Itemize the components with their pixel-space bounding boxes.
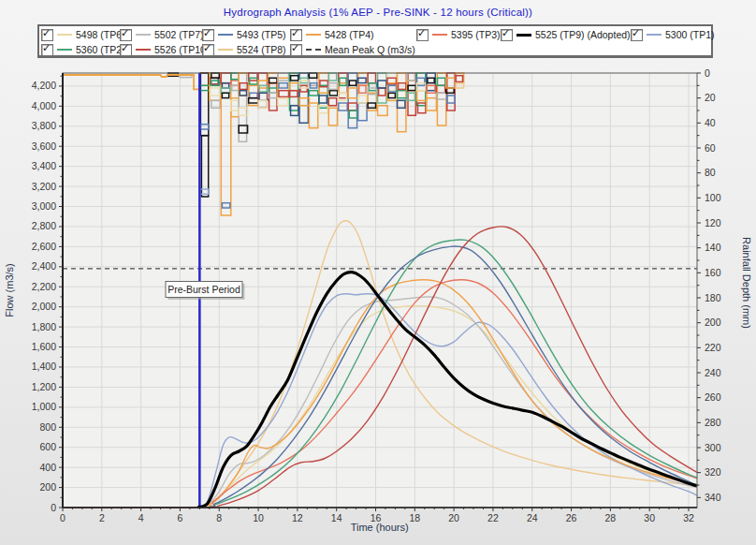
legend-swatch-7 — [57, 49, 72, 51]
svg-text:400: 400 — [39, 462, 56, 473]
legend-item-3: ✓5428 (TP4) — [290, 28, 374, 41]
svg-text:220: 220 — [705, 342, 721, 353]
svg-text:1,200: 1,200 — [32, 381, 56, 392]
legend-checkbox-4[interactable]: ✓ — [416, 29, 429, 41]
legend-item-5: ✓5525 (TP9) (Adopted) — [501, 28, 631, 41]
legend-item-10: ✓Mean Peak Q (m3/s) — [290, 43, 415, 56]
legend-label: 5525 (TP9) (Adopted) — [535, 29, 631, 40]
legend-checkbox-0[interactable]: ✓ — [41, 29, 53, 41]
svg-text:2,600: 2,600 — [32, 241, 56, 252]
svg-text:3,000: 3,000 — [32, 200, 56, 212]
legend-item-7: ✓5360 (TP2) — [41, 43, 125, 56]
legend-swatch-2 — [218, 34, 233, 36]
svg-text:3,600: 3,600 — [32, 140, 56, 152]
svg-text:2,800: 2,800 — [32, 220, 56, 231]
svg-text:800: 800 — [39, 421, 56, 433]
preburst-annotation: Pre-Burst Period — [166, 282, 245, 301]
hydrograph-window: { "window": { "title": "Hydrograph Analy… — [0, 0, 756, 545]
svg-text:340: 340 — [705, 492, 721, 503]
svg-text:120: 120 — [705, 217, 721, 228]
svg-text:240: 240 — [705, 367, 721, 378]
svg-text:1,400: 1,400 — [32, 361, 56, 372]
svg-text:200: 200 — [705, 317, 721, 328]
legend-item-0: ✓5498 (TP6) — [41, 28, 125, 41]
svg-text:1,600: 1,600 — [32, 341, 56, 352]
svg-text:26: 26 — [566, 512, 577, 523]
svg-text:22: 22 — [487, 512, 499, 523]
legend-label: 5526 (TP10) — [154, 44, 209, 55]
svg-text:320: 320 — [705, 466, 721, 478]
svg-text:200: 200 — [39, 481, 56, 493]
svg-text:60: 60 — [705, 142, 716, 154]
svg-text:20: 20 — [448, 512, 459, 523]
plot-background — [63, 73, 697, 508]
svg-text:4: 4 — [138, 512, 144, 523]
svg-text:10: 10 — [253, 512, 264, 523]
svg-text:100: 100 — [705, 192, 721, 203]
legend-swatch-1 — [136, 34, 151, 36]
legend-label: 5498 (TP6) — [76, 29, 125, 40]
y-axis-title-rainfall: Rainfall Depth (mm) — [741, 237, 752, 329]
legend-checkbox-10[interactable]: ✓ — [290, 44, 302, 56]
svg-text:2,200: 2,200 — [32, 281, 56, 292]
legend-checkbox-6[interactable]: ✓ — [631, 29, 643, 41]
svg-text:1,000: 1,000 — [32, 401, 56, 412]
svg-text:80: 80 — [705, 167, 716, 178]
svg-text:20: 20 — [705, 92, 716, 103]
legend-item-8: ✓5526 (TP10) — [120, 43, 209, 56]
svg-text:0: 0 — [705, 67, 710, 79]
svg-text:24: 24 — [527, 512, 538, 523]
svg-text:3,800: 3,800 — [32, 120, 56, 131]
svg-text:14: 14 — [331, 512, 342, 523]
svg-text:260: 260 — [705, 391, 721, 403]
svg-text:140: 140 — [705, 242, 721, 253]
svg-text:0: 0 — [60, 512, 65, 523]
legend-swatch-10 — [306, 49, 321, 51]
chart-title: Hydrograph Analysis (1% AEP - Pre-SINK -… — [0, 7, 756, 18]
legend-item-6: ✓5300 (TP1) — [631, 28, 715, 41]
svg-text:Pre-Burst Period: Pre-Burst Period — [167, 284, 240, 295]
svg-text:300: 300 — [705, 442, 721, 453]
svg-text:280: 280 — [705, 417, 721, 428]
svg-text:160: 160 — [705, 267, 721, 278]
legend-checkbox-2[interactable]: ✓ — [202, 29, 214, 41]
svg-text:2: 2 — [99, 512, 105, 523]
legend-item-2: ✓5493 (TP5) — [202, 28, 286, 41]
legend-checkbox-5[interactable]: ✓ — [501, 29, 513, 41]
legend-checkbox-8[interactable]: ✓ — [120, 44, 132, 56]
legend-swatch-0 — [57, 34, 72, 36]
legend-swatch-6 — [647, 34, 662, 36]
legend-swatch-4 — [432, 34, 447, 36]
svg-text:12: 12 — [292, 512, 303, 523]
legend-checkbox-9[interactable]: ✓ — [202, 44, 214, 56]
legend-label: 5360 (TP2) — [76, 44, 125, 55]
legend-panel: ✓5498 (TP6)✓5502 (TP7)✓5493 (TP5)✓5428 (… — [37, 24, 713, 58]
svg-text:2,000: 2,000 — [32, 301, 56, 312]
legend-label: 5493 (TP5) — [237, 29, 286, 40]
legend-item-4: ✓5395 (TP3) — [416, 28, 501, 41]
svg-text:600: 600 — [39, 441, 56, 452]
y-axis-title-flow: Flow (m3/s) — [4, 263, 15, 317]
legend-label: 5428 (TP4) — [325, 29, 374, 40]
svg-text:4,200: 4,200 — [32, 80, 56, 91]
legend-label: 5502 (TP7) — [154, 29, 204, 40]
legend-swatch-8 — [136, 49, 151, 51]
svg-text:32: 32 — [683, 512, 694, 523]
svg-text:2,400: 2,400 — [32, 260, 56, 272]
svg-text:40: 40 — [705, 117, 716, 128]
legend-checkbox-7[interactable]: ✓ — [41, 44, 53, 56]
legend-label: 5300 (TP1) — [665, 29, 715, 40]
svg-text:180: 180 — [705, 292, 721, 303]
svg-text:18: 18 — [409, 512, 420, 523]
svg-text:3,400: 3,400 — [32, 160, 56, 171]
svg-text:1,800: 1,800 — [32, 321, 56, 332]
legend-item-1: ✓5502 (TP7) — [120, 28, 204, 41]
svg-text:30: 30 — [644, 512, 655, 523]
svg-text:0: 0 — [51, 502, 56, 513]
svg-text:28: 28 — [605, 512, 617, 523]
legend-swatch-9 — [218, 49, 233, 51]
legend-checkbox-3[interactable]: ✓ — [290, 29, 302, 41]
svg-text:4,000: 4,000 — [32, 100, 56, 111]
legend-checkbox-1[interactable]: ✓ — [120, 29, 132, 41]
legend-label: 5524 (TP8) — [237, 44, 286, 55]
